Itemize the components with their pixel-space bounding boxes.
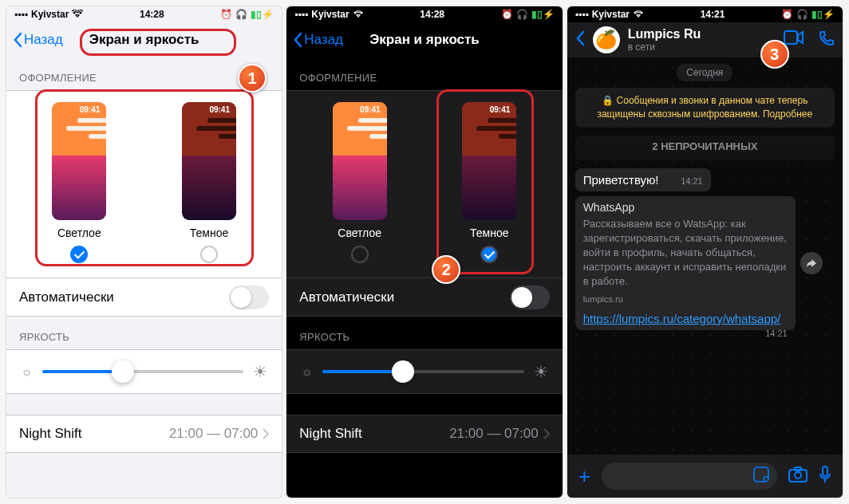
battery-icon: ▮▯⚡ bbox=[811, 9, 835, 20]
nightshift-label: Night Shift bbox=[299, 426, 361, 442]
chat-title[interactable]: Lumpics Ru в сети bbox=[628, 27, 776, 53]
radio-dark[interactable] bbox=[200, 246, 218, 263]
theme-light-label: Светлое bbox=[57, 226, 101, 239]
message-link[interactable]: https://lumpics.ru/category/whatsapp/ bbox=[583, 312, 788, 325]
nav-bar: Назад Экран и яркость bbox=[6, 22, 282, 57]
badge-3: 3 bbox=[760, 40, 789, 69]
chat-area: Сегодня 🔒 Сообщения и звонки в данном ча… bbox=[567, 57, 843, 455]
preview-text: Рассказываем все о WatsApp: как зарегист… bbox=[583, 217, 788, 289]
page-title: Экран и яркость bbox=[89, 32, 199, 48]
status-bar: ▪▪▪▪ Kyivstar 14:21 ⏰ 🎧 ▮▯⚡ bbox=[567, 6, 843, 22]
avatar[interactable]: 🍊 bbox=[593, 26, 620, 53]
sun-bright-icon: ☀ bbox=[534, 362, 548, 381]
auto-label: Автоматически bbox=[299, 289, 394, 305]
camera-icon[interactable] bbox=[788, 467, 808, 486]
preview-title: WhatsApp bbox=[583, 201, 788, 214]
section-brightness: ЯРКОСТЬ bbox=[6, 317, 282, 349]
preview-site: lumpics.ru bbox=[583, 294, 788, 304]
section-appearance: ОФОРМЛЕНИЕ bbox=[286, 57, 562, 90]
carrier-label: Kyivstar bbox=[592, 9, 630, 20]
thumbnail-light: 09:41 bbox=[52, 102, 106, 220]
date-pill: Сегодня bbox=[677, 64, 733, 81]
nightshift-row[interactable]: Night Shift 21:00 — 07:00 bbox=[286, 415, 562, 453]
carrier-label: Kyivstar bbox=[31, 9, 69, 20]
wifi-icon bbox=[72, 9, 83, 20]
alarm-icon: ⏰ bbox=[781, 9, 793, 20]
clock: 14:21 bbox=[701, 9, 725, 20]
auto-toggle[interactable] bbox=[229, 285, 269, 309]
brightness-slider[interactable] bbox=[42, 370, 244, 373]
signal-icon: ▪▪▪▪ bbox=[14, 9, 28, 20]
nightshift-value: 21:00 — 07:00 bbox=[169, 426, 259, 442]
badge-1: 1 bbox=[238, 64, 267, 93]
headphones-icon: 🎧 bbox=[516, 9, 528, 20]
carrier-label: Kyivstar bbox=[311, 9, 349, 20]
contact-name: Lumpics Ru bbox=[628, 27, 776, 41]
appearance-row: 09:41 Светлое 09:41 Темное bbox=[6, 90, 282, 278]
sun-dim-icon: ☼ bbox=[301, 364, 313, 379]
radio-light[interactable] bbox=[351, 246, 369, 263]
battery-icon: ▮▯⚡ bbox=[531, 9, 555, 20]
mic-icon[interactable] bbox=[819, 466, 831, 486]
back-button[interactable]: Назад bbox=[293, 32, 343, 48]
message-time: 14:21 bbox=[765, 329, 788, 338]
message-time: 14:21 bbox=[681, 176, 703, 186]
sun-dim-icon: ☼ bbox=[21, 364, 33, 379]
page-title: Экран и яркость bbox=[369, 32, 480, 48]
message-input[interactable] bbox=[602, 463, 777, 490]
auto-label: Автоматически bbox=[19, 289, 114, 305]
auto-row: Автоматически bbox=[6, 278, 282, 317]
theme-light-label: Светлое bbox=[338, 226, 381, 239]
clock: 14:28 bbox=[140, 9, 164, 20]
signal-icon: ▪▪▪▪ bbox=[294, 9, 308, 20]
message-2[interactable]: WhatsApp Рассказываем все о WatsApp: как… bbox=[575, 196, 796, 330]
brightness-slider[interactable] bbox=[322, 370, 524, 373]
svg-point-3 bbox=[795, 472, 801, 478]
nav-bar: Назад Экран и яркость bbox=[286, 22, 562, 57]
headphones-icon: 🎧 bbox=[796, 9, 808, 20]
back-button[interactable] bbox=[575, 30, 585, 49]
theme-dark-label: Темное bbox=[190, 226, 228, 239]
svg-rect-5 bbox=[823, 467, 827, 476]
nightshift-value: 21:00 — 07:00 bbox=[449, 426, 539, 442]
auto-row: Автоматически bbox=[286, 278, 562, 317]
svg-rect-1 bbox=[754, 467, 768, 482]
thumbnail-dark: 09:41 bbox=[182, 102, 236, 220]
thumbnail-light: 09:41 bbox=[333, 102, 387, 220]
voice-call-icon[interactable] bbox=[819, 30, 835, 49]
appearance-row: 09:41 Светлое 09:41 Темное bbox=[286, 90, 562, 278]
status-bar: ▪▪▪▪ Kyivstar 14:28 ⏰ 🎧 ▮▯⚡ bbox=[6, 6, 282, 22]
nightshift-label: Night Shift bbox=[19, 426, 81, 442]
clock: 14:28 bbox=[420, 9, 444, 20]
theme-light[interactable]: 09:41 Светлое bbox=[52, 102, 106, 263]
phone-whatsapp: ▪▪▪▪ Kyivstar 14:21 ⏰ 🎧 ▮▯⚡ 3 🍊 Lumpics … bbox=[567, 6, 843, 498]
wifi-icon bbox=[633, 9, 644, 20]
attach-icon[interactable]: + bbox=[579, 464, 590, 489]
nightshift-row[interactable]: Night Shift 21:00 — 07:00 bbox=[6, 415, 282, 453]
encryption-notice[interactable]: 🔒 Сообщения и звонки в данном чате тепер… bbox=[575, 88, 835, 128]
chevron-right-icon bbox=[263, 428, 269, 439]
theme-dark-label: Темное bbox=[470, 226, 508, 239]
alarm-icon: ⏰ bbox=[501, 9, 513, 20]
radio-light[interactable] bbox=[70, 246, 88, 263]
auto-toggle[interactable] bbox=[510, 285, 550, 309]
svg-rect-0 bbox=[784, 31, 797, 44]
back-button[interactable]: Назад bbox=[13, 32, 63, 48]
back-label: Назад bbox=[24, 32, 63, 48]
sticker-icon[interactable] bbox=[753, 467, 769, 486]
theme-dark[interactable]: 09:41 Темное bbox=[462, 102, 516, 263]
status-bar: ▪▪▪▪ Kyivstar 14:28 ⏰ 🎧 ▮▯⚡ bbox=[286, 6, 562, 22]
phone-light-settings: ▪▪▪▪ Kyivstar 14:28 ⏰ 🎧 ▮▯⚡ Назад Экран … bbox=[6, 6, 282, 498]
battery-icon: ▮▯⚡ bbox=[251, 9, 274, 20]
chat-header: 🍊 Lumpics Ru в сети bbox=[567, 22, 843, 57]
headphones-icon: 🎧 bbox=[235, 9, 247, 20]
theme-light[interactable]: 09:41 Светлое bbox=[333, 102, 387, 263]
forward-icon[interactable] bbox=[800, 252, 823, 274]
message-1[interactable]: Приветствую! 14:21 bbox=[575, 168, 711, 191]
contact-status: в сети bbox=[628, 41, 776, 53]
theme-dark[interactable]: 09:41 Темное bbox=[182, 102, 236, 263]
radio-dark[interactable] bbox=[480, 246, 498, 263]
input-bar: + bbox=[567, 455, 843, 498]
thumbnail-dark: 09:41 bbox=[462, 102, 516, 220]
wifi-icon bbox=[353, 9, 364, 20]
